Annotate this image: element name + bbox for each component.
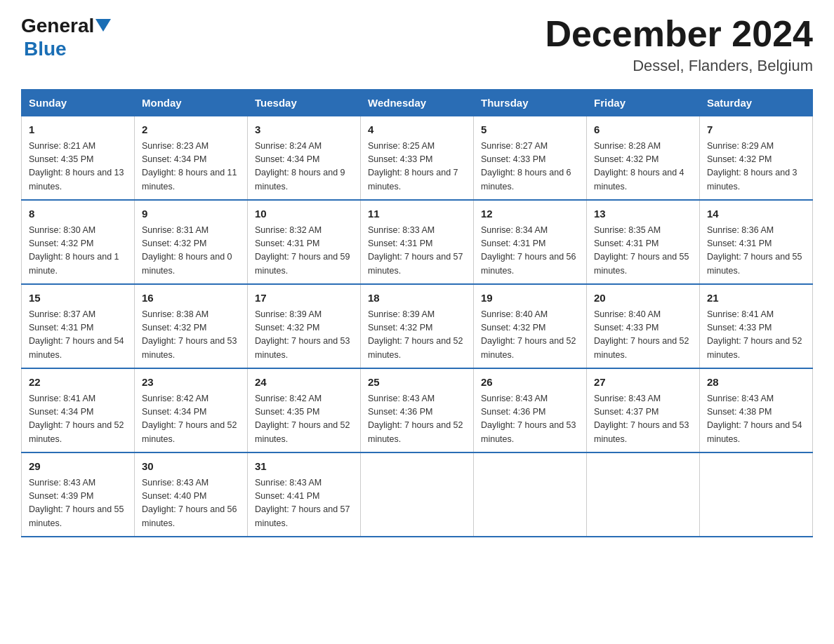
day-number: 30 (142, 459, 240, 475)
day-info: Sunrise: 8:30 AMSunset: 4:32 PMDaylight:… (29, 224, 127, 279)
calendar-day-cell: 31 Sunrise: 8:43 AMSunset: 4:41 PMDaylig… (248, 452, 361, 537)
calendar-week-row: 15 Sunrise: 8:37 AMSunset: 4:31 PMDaylig… (22, 284, 813, 368)
month-title: December 2024 (545, 14, 813, 54)
day-number: 3 (255, 122, 353, 138)
calendar-day-cell (474, 452, 587, 537)
calendar-day-cell: 23 Sunrise: 8:42 AMSunset: 4:34 PMDaylig… (135, 368, 248, 452)
day-info: Sunrise: 8:40 AMSunset: 4:32 PMDaylight:… (481, 308, 579, 363)
calendar-week-row: 1 Sunrise: 8:21 AMSunset: 4:35 PMDayligh… (22, 116, 813, 201)
logo-triangle-icon (95, 19, 111, 32)
calendar-day-cell: 29 Sunrise: 8:43 AMSunset: 4:39 PMDaylig… (22, 452, 135, 537)
day-number: 16 (142, 290, 240, 307)
day-number: 1 (29, 122, 127, 138)
calendar-day-cell: 19 Sunrise: 8:40 AMSunset: 4:32 PMDaylig… (474, 284, 587, 368)
day-number: 17 (255, 290, 353, 307)
day-info: Sunrise: 8:29 AMSunset: 4:32 PMDaylight:… (707, 140, 805, 194)
day-info: Sunrise: 8:43 AMSunset: 4:36 PMDaylight:… (368, 392, 466, 447)
calendar-day-cell: 28 Sunrise: 8:43 AMSunset: 4:38 PMDaylig… (700, 368, 813, 452)
calendar-day-cell: 25 Sunrise: 8:43 AMSunset: 4:36 PMDaylig… (361, 368, 474, 452)
day-number: 4 (368, 122, 466, 138)
calendar-day-cell: 13 Sunrise: 8:35 AMSunset: 4:31 PMDaylig… (587, 200, 700, 284)
day-info: Sunrise: 8:32 AMSunset: 4:31 PMDaylight:… (255, 224, 353, 279)
calendar-day-cell: 24 Sunrise: 8:42 AMSunset: 4:35 PMDaylig… (248, 368, 361, 452)
logo-general-text: General (21, 15, 94, 37)
calendar-week-row: 22 Sunrise: 8:41 AMSunset: 4:34 PMDaylig… (22, 368, 813, 452)
calendar-week-row: 29 Sunrise: 8:43 AMSunset: 4:39 PMDaylig… (22, 452, 813, 537)
calendar-header-row: SundayMondayTuesdayWednesdayThursdayFrid… (22, 90, 813, 116)
calendar-day-cell: 15 Sunrise: 8:37 AMSunset: 4:31 PMDaylig… (22, 284, 135, 368)
day-number: 24 (255, 375, 353, 391)
day-number: 2 (142, 122, 240, 138)
day-info: Sunrise: 8:42 AMSunset: 4:35 PMDaylight:… (255, 392, 353, 447)
day-number: 25 (368, 375, 466, 391)
day-info: Sunrise: 8:23 AMSunset: 4:34 PMDaylight:… (142, 140, 240, 194)
day-info: Sunrise: 8:42 AMSunset: 4:34 PMDaylight:… (142, 392, 240, 447)
day-number: 9 (142, 206, 240, 222)
day-info: Sunrise: 8:31 AMSunset: 4:32 PMDaylight:… (142, 224, 240, 279)
day-info: Sunrise: 8:43 AMSunset: 4:41 PMDaylight:… (255, 476, 353, 531)
day-number: 13 (594, 206, 692, 222)
calendar-day-cell: 2 Sunrise: 8:23 AMSunset: 4:34 PMDayligh… (135, 116, 248, 201)
day-number: 21 (707, 290, 805, 307)
day-of-week-header: Friday (587, 90, 700, 116)
day-number: 28 (707, 375, 805, 391)
day-number: 6 (594, 122, 692, 138)
day-info: Sunrise: 8:43 AMSunset: 4:39 PMDaylight:… (29, 476, 127, 531)
svg-marker-0 (95, 19, 111, 32)
day-number: 26 (481, 375, 579, 391)
title-section: December 2024 Dessel, Flanders, Belgium (545, 14, 813, 75)
page-header: General Blue December 2024 Dessel, Fland… (21, 14, 813, 75)
day-number: 18 (368, 290, 466, 307)
day-of-week-header: Thursday (474, 90, 587, 116)
day-info: Sunrise: 8:36 AMSunset: 4:31 PMDaylight:… (707, 224, 805, 279)
calendar-day-cell: 26 Sunrise: 8:43 AMSunset: 4:36 PMDaylig… (474, 368, 587, 452)
calendar-day-cell: 9 Sunrise: 8:31 AMSunset: 4:32 PMDayligh… (135, 200, 248, 284)
calendar-day-cell: 17 Sunrise: 8:39 AMSunset: 4:32 PMDaylig… (248, 284, 361, 368)
day-info: Sunrise: 8:43 AMSunset: 4:36 PMDaylight:… (481, 392, 579, 447)
calendar-day-cell: 12 Sunrise: 8:34 AMSunset: 4:31 PMDaylig… (474, 200, 587, 284)
calendar-day-cell: 11 Sunrise: 8:33 AMSunset: 4:31 PMDaylig… (361, 200, 474, 284)
calendar-day-cell: 27 Sunrise: 8:43 AMSunset: 4:37 PMDaylig… (587, 368, 700, 452)
day-info: Sunrise: 8:27 AMSunset: 4:33 PMDaylight:… (481, 140, 579, 194)
calendar-day-cell (700, 452, 813, 537)
logo: General Blue (21, 14, 111, 60)
day-info: Sunrise: 8:37 AMSunset: 4:31 PMDaylight:… (29, 308, 127, 363)
calendar-day-cell: 3 Sunrise: 8:24 AMSunset: 4:34 PMDayligh… (248, 116, 361, 201)
day-info: Sunrise: 8:39 AMSunset: 4:32 PMDaylight:… (368, 308, 466, 363)
calendar-day-cell: 7 Sunrise: 8:29 AMSunset: 4:32 PMDayligh… (700, 116, 813, 201)
day-info: Sunrise: 8:40 AMSunset: 4:33 PMDaylight:… (594, 308, 692, 363)
day-number: 19 (481, 290, 579, 307)
calendar-day-cell: 8 Sunrise: 8:30 AMSunset: 4:32 PMDayligh… (22, 200, 135, 284)
day-number: 11 (368, 206, 466, 222)
day-info: Sunrise: 8:43 AMSunset: 4:37 PMDaylight:… (594, 392, 692, 447)
day-info: Sunrise: 8:43 AMSunset: 4:40 PMDaylight:… (142, 476, 240, 531)
day-number: 31 (255, 459, 353, 475)
day-info: Sunrise: 8:34 AMSunset: 4:31 PMDaylight:… (481, 224, 579, 279)
day-number: 27 (594, 375, 692, 391)
day-number: 23 (142, 375, 240, 391)
day-number: 7 (707, 122, 805, 138)
day-number: 15 (29, 290, 127, 307)
day-info: Sunrise: 8:39 AMSunset: 4:32 PMDaylight:… (255, 308, 353, 363)
calendar-day-cell: 10 Sunrise: 8:32 AMSunset: 4:31 PMDaylig… (248, 200, 361, 284)
calendar-day-cell: 1 Sunrise: 8:21 AMSunset: 4:35 PMDayligh… (22, 116, 135, 201)
day-info: Sunrise: 8:25 AMSunset: 4:33 PMDaylight:… (368, 140, 466, 194)
calendar-day-cell: 4 Sunrise: 8:25 AMSunset: 4:33 PMDayligh… (361, 116, 474, 201)
calendar-day-cell: 5 Sunrise: 8:27 AMSunset: 4:33 PMDayligh… (474, 116, 587, 201)
day-of-week-header: Monday (135, 90, 248, 116)
day-of-week-header: Tuesday (248, 90, 361, 116)
day-info: Sunrise: 8:21 AMSunset: 4:35 PMDaylight:… (29, 140, 127, 194)
day-number: 14 (707, 206, 805, 222)
calendar-day-cell: 18 Sunrise: 8:39 AMSunset: 4:32 PMDaylig… (361, 284, 474, 368)
logo-blue-text: Blue (24, 38, 67, 60)
day-number: 22 (29, 375, 127, 391)
calendar-day-cell: 22 Sunrise: 8:41 AMSunset: 4:34 PMDaylig… (22, 368, 135, 452)
day-of-week-header: Wednesday (361, 90, 474, 116)
day-info: Sunrise: 8:35 AMSunset: 4:31 PMDaylight:… (594, 224, 692, 279)
day-info: Sunrise: 8:33 AMSunset: 4:31 PMDaylight:… (368, 224, 466, 279)
day-number: 12 (481, 206, 579, 222)
calendar-table: SundayMondayTuesdayWednesdayThursdayFrid… (21, 89, 813, 537)
day-number: 20 (594, 290, 692, 307)
day-info: Sunrise: 8:41 AMSunset: 4:34 PMDaylight:… (29, 392, 127, 447)
day-of-week-header: Saturday (700, 90, 813, 116)
